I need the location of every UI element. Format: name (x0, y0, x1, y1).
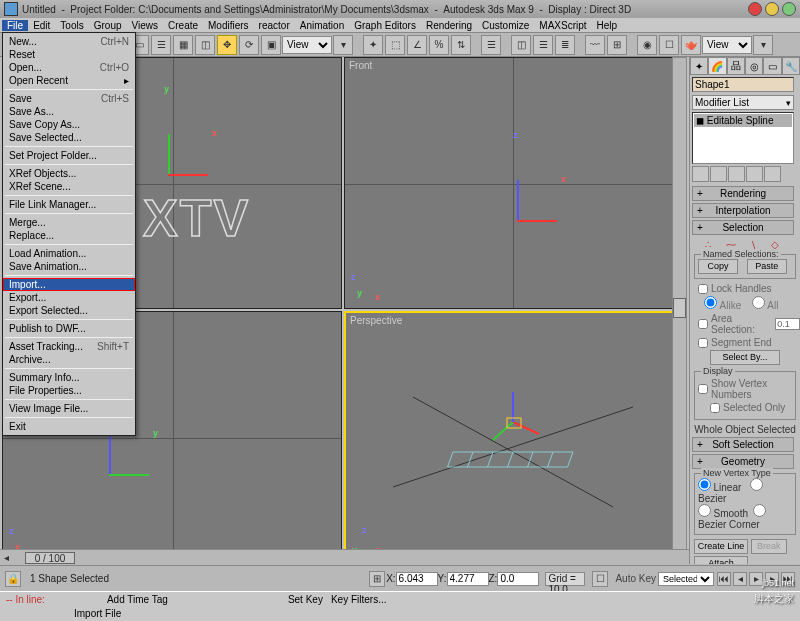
viewport-perspective[interactable]: Perspective x y z (344, 311, 682, 563)
file-menu-publish-to-dwf-[interactable]: Publish to DWF... (3, 322, 135, 335)
menu-file[interactable]: File (2, 20, 28, 31)
attach-button[interactable]: Attach (694, 556, 748, 564)
file-menu-import-[interactable]: Import... (3, 278, 135, 291)
play-start-icon[interactable]: ⏮ (717, 572, 731, 586)
file-menu-reset[interactable]: Reset (3, 48, 135, 61)
rotate-icon[interactable]: ⟳ (239, 35, 259, 55)
menu-help[interactable]: Help (592, 20, 623, 31)
abs-rel-icon[interactable]: ⊞ (369, 571, 385, 587)
close-icon[interactable] (748, 2, 762, 16)
window-crossing-icon[interactable]: ◫ (195, 35, 215, 55)
time-thumb[interactable]: 0 / 100 (25, 552, 75, 564)
file-menu-open-[interactable]: Open...Ctrl+O (3, 61, 135, 74)
file-menu-load-animation-[interactable]: Load Animation... (3, 247, 135, 260)
hierarchy-tab-icon[interactable]: 品 (727, 57, 745, 75)
spinner-snap-icon[interactable]: ⇅ (451, 35, 471, 55)
schematic-icon[interactable]: ⊞ (607, 35, 627, 55)
auto-key[interactable]: Auto Key (615, 573, 656, 584)
menu-animation[interactable]: Animation (295, 20, 349, 31)
file-menu-set-project-folder-[interactable]: Set Project Folder... (3, 149, 135, 162)
isolate-icon[interactable]: ☐ (592, 571, 608, 587)
utilities-tab-icon[interactable]: 🔧 (782, 57, 800, 75)
render-icon[interactable]: ▾ (753, 35, 773, 55)
menu-graph editors[interactable]: Graph Editors (349, 20, 421, 31)
pin-stack-icon[interactable] (692, 166, 709, 182)
menu-create[interactable]: Create (163, 20, 203, 31)
menu-group[interactable]: Group (89, 20, 127, 31)
pivot-icon[interactable]: ▾ (333, 35, 353, 55)
file-menu-open-recent[interactable]: Open Recent▸ (3, 74, 135, 87)
menu-reactor[interactable]: reactor (254, 20, 295, 31)
display-tab-icon[interactable]: ▭ (763, 57, 781, 75)
copy-button[interactable]: Copy (698, 259, 738, 274)
menu-tools[interactable]: Tools (55, 20, 88, 31)
minimize-icon[interactable] (765, 2, 779, 16)
menu-modifiers[interactable]: Modifiers (203, 20, 254, 31)
file-menu-archive-[interactable]: Archive... (3, 353, 135, 366)
maximize-icon[interactable] (782, 2, 796, 16)
motion-tab-icon[interactable]: ◎ (745, 57, 763, 75)
play-prev-icon[interactable]: ◂ (733, 572, 747, 586)
ref-coord[interactable]: View (282, 36, 332, 54)
menu-bar[interactable]: FileEditToolsGroupViewsCreateModifiersre… (0, 18, 800, 33)
mirror-icon[interactable]: ◫ (511, 35, 531, 55)
manipulate-icon[interactable]: ✦ (363, 35, 383, 55)
create-tab-icon[interactable]: ✦ (690, 57, 708, 75)
file-menu-view-image-file-[interactable]: View Image File... (3, 402, 135, 415)
remove-mod-icon[interactable] (746, 166, 763, 182)
show-result-icon[interactable] (710, 166, 727, 182)
modifier-list[interactable]: Modifier List (692, 95, 794, 110)
file-menu-export-[interactable]: Export... (3, 291, 135, 304)
file-menu[interactable]: New...Ctrl+NResetOpen...Ctrl+OOpen Recen… (2, 32, 136, 436)
menu-edit[interactable]: Edit (28, 20, 55, 31)
named-sel-icon[interactable]: ☰ (481, 35, 501, 55)
layers-icon[interactable]: ≣ (555, 35, 575, 55)
file-menu-new-[interactable]: New...Ctrl+N (3, 35, 135, 48)
time-slider[interactable]: ◂ 0 / 100 ▸ (0, 549, 800, 565)
align-icon[interactable]: ☰ (533, 35, 553, 55)
file-menu-save-selected-[interactable]: Save Selected... (3, 131, 135, 144)
curve-editor-icon[interactable]: 〰 (585, 35, 605, 55)
z-input[interactable] (497, 572, 539, 586)
menu-views[interactable]: Views (127, 20, 164, 31)
menu-rendering[interactable]: Rendering (421, 20, 477, 31)
angle-snap-icon[interactable]: ∠ (407, 35, 427, 55)
segment-end[interactable] (698, 338, 708, 348)
lock-icon[interactable]: 🔒 (5, 571, 21, 587)
percent-snap-icon[interactable]: % (429, 35, 449, 55)
modify-tab-icon[interactable]: 🌈 (708, 57, 726, 75)
file-menu-xref-objects-[interactable]: XRef Objects... (3, 167, 135, 180)
lock-handles[interactable] (698, 284, 708, 294)
material-editor-icon[interactable]: ◉ (637, 35, 657, 55)
snap-icon[interactable]: ⬚ (385, 35, 405, 55)
make-unique-icon[interactable] (728, 166, 745, 182)
modifier-stack[interactable]: ◼ Editable Spline (692, 112, 794, 164)
paste-button[interactable]: Paste (747, 259, 787, 274)
rollout-selection[interactable]: Selection (692, 220, 794, 235)
rollout-soft[interactable]: Soft Selection (692, 437, 794, 452)
file-menu-export-selected-[interactable]: Export Selected... (3, 304, 135, 317)
panel-scrollbar[interactable] (672, 57, 687, 564)
file-menu-xref-scene-[interactable]: XRef Scene... (3, 180, 135, 193)
rollout-interpolation[interactable]: Interpolation (692, 203, 794, 218)
select-region-icon[interactable]: ▦ (173, 35, 193, 55)
render-scene-icon[interactable]: ☐ (659, 35, 679, 55)
set-key[interactable]: Set Key (288, 594, 323, 605)
time-tag[interactable]: Add Time Tag (107, 594, 168, 605)
file-menu-replace-[interactable]: Replace... (3, 229, 135, 242)
move-icon[interactable]: ✥ (217, 35, 237, 55)
file-menu-save-copy-as-[interactable]: Save Copy As... (3, 118, 135, 131)
file-menu-save[interactable]: SaveCtrl+S (3, 92, 135, 105)
object-name[interactable] (692, 77, 794, 92)
rollout-geometry[interactable]: Geometry (692, 454, 794, 469)
y-input[interactable] (447, 572, 489, 586)
key-filters[interactable]: Key Filters... (331, 594, 387, 605)
file-menu-save-as-[interactable]: Save As... (3, 105, 135, 118)
rollout-rendering[interactable]: Rendering (692, 186, 794, 201)
menu-maxscript[interactable]: MAXScript (534, 20, 591, 31)
file-menu-exit[interactable]: Exit (3, 420, 135, 433)
area-selection[interactable] (698, 319, 708, 329)
menu-customize[interactable]: Customize (477, 20, 534, 31)
scale-icon[interactable]: ▣ (261, 35, 281, 55)
break-button[interactable]: Break (751, 539, 787, 554)
